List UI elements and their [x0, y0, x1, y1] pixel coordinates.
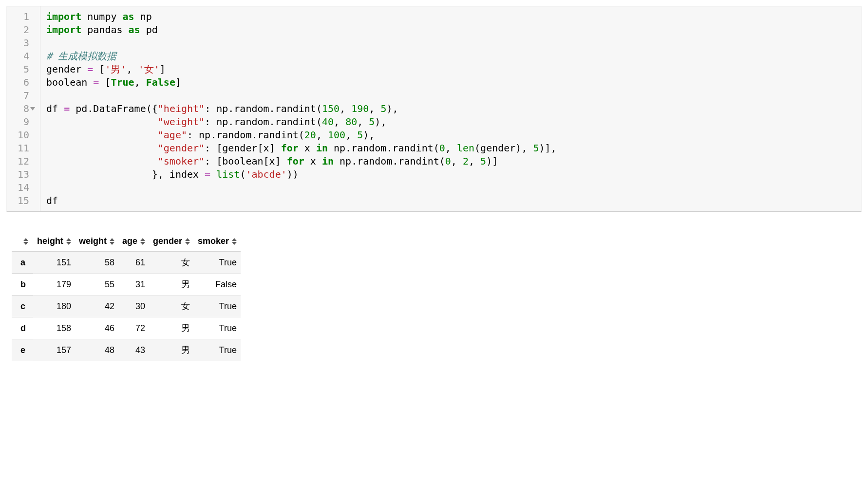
line-number: 13 [10, 168, 29, 181]
cell-age: 72 [118, 317, 149, 339]
line-number-gutter: 123456789101112131415 [6, 6, 40, 211]
column-header-age[interactable]: age [118, 231, 149, 252]
sort-icon[interactable] [110, 238, 114, 245]
column-label: weight [79, 236, 107, 246]
line-number: 2 [10, 23, 29, 37]
sort-icon[interactable] [185, 238, 190, 245]
column-label: gender [153, 236, 182, 246]
code-cell[interactable]: 123456789101112131415 import numpy as np… [6, 6, 862, 212]
column-label: height [37, 236, 63, 246]
fold-toggle-icon[interactable] [29, 102, 36, 115]
cell-height: 151 [33, 252, 75, 274]
line-number: 8 [10, 102, 29, 115]
cell-gender: 女 [149, 252, 194, 274]
row-index-label: b [12, 274, 33, 296]
cell-gender: 女 [149, 296, 194, 317]
table-row: d1584672男True [12, 317, 241, 339]
cell-smoker: True [194, 317, 241, 339]
index-sort-header[interactable] [12, 231, 33, 252]
line-number: 7 [10, 89, 29, 102]
cell-height: 157 [33, 339, 75, 361]
line-number: 10 [10, 129, 29, 142]
line-number: 4 [10, 50, 29, 63]
code-line[interactable]: # 生成模拟数据 [46, 50, 856, 63]
code-line[interactable] [46, 181, 856, 194]
column-label: smoker [198, 236, 229, 246]
cell-weight: 55 [75, 274, 118, 296]
code-line[interactable]: "age": np.random.randint(20, 100, 5), [46, 129, 856, 142]
line-number: 6 [10, 76, 29, 89]
dataframe-output-table: heightweightagegendersmoker a1515861女Tru… [12, 231, 241, 361]
cell-smoker: True [194, 296, 241, 317]
sort-icon[interactable] [232, 238, 237, 245]
cell-age: 43 [118, 339, 149, 361]
table-row: a1515861女True [12, 252, 241, 274]
code-line[interactable]: df [46, 194, 856, 207]
table-row: c1804230女True [12, 296, 241, 317]
column-label: age [122, 236, 137, 246]
code-line[interactable]: gender = ['男', '女'] [46, 63, 856, 76]
cell-height: 158 [33, 317, 75, 339]
line-number: 14 [10, 181, 29, 194]
line-number: 5 [10, 63, 29, 76]
column-header-gender[interactable]: gender [149, 231, 194, 252]
row-index-label: a [12, 252, 33, 274]
code-line[interactable]: import numpy as np [46, 10, 856, 23]
cell-smoker: True [194, 252, 241, 274]
line-number: 1 [10, 10, 29, 23]
code-editor[interactable]: import numpy as npimport pandas as pd # … [40, 6, 862, 211]
code-line[interactable]: boolean = [True, False] [46, 76, 856, 89]
table-row: b1795531男False [12, 274, 241, 296]
cell-age: 61 [118, 252, 149, 274]
cell-gender: 男 [149, 317, 194, 339]
cell-gender: 男 [149, 339, 194, 361]
cell-height: 179 [33, 274, 75, 296]
sort-icon[interactable] [23, 238, 28, 245]
column-header-weight[interactable]: weight [75, 231, 118, 252]
cell-weight: 42 [75, 296, 118, 317]
cell-gender: 男 [149, 274, 194, 296]
row-index-label: e [12, 339, 33, 361]
table-header-row: heightweightagegendersmoker [12, 231, 241, 252]
code-line[interactable]: import pandas as pd [46, 23, 856, 37]
code-line[interactable]: }, index = list('abcde')) [46, 168, 856, 181]
cell-height: 180 [33, 296, 75, 317]
line-number: 12 [10, 155, 29, 168]
code-line[interactable]: "gender": [gender[x] for x in np.random.… [46, 142, 856, 155]
sort-icon[interactable] [140, 238, 145, 245]
line-number: 11 [10, 142, 29, 155]
cell-age: 30 [118, 296, 149, 317]
code-line[interactable]: df = pd.DataFrame({"height": np.random.r… [46, 102, 856, 115]
line-number: 3 [10, 37, 29, 50]
cell-smoker: False [194, 274, 241, 296]
cell-smoker: True [194, 339, 241, 361]
column-header-height[interactable]: height [33, 231, 75, 252]
cell-age: 31 [118, 274, 149, 296]
row-index-label: d [12, 317, 33, 339]
code-line[interactable]: "weight": np.random.randint(40, 80, 5), [46, 115, 856, 129]
column-header-smoker[interactable]: smoker [194, 231, 241, 252]
table-row: e1574843男True [12, 339, 241, 361]
code-line[interactable] [46, 37, 856, 50]
row-index-label: c [12, 296, 33, 317]
code-line[interactable] [46, 89, 856, 102]
cell-weight: 58 [75, 252, 118, 274]
sort-icon[interactable] [66, 238, 71, 245]
line-number: 15 [10, 194, 29, 207]
line-number: 9 [10, 115, 29, 129]
code-line[interactable]: "smoker": [boolean[x] for x in np.random… [46, 155, 856, 168]
cell-weight: 46 [75, 317, 118, 339]
cell-weight: 48 [75, 339, 118, 361]
